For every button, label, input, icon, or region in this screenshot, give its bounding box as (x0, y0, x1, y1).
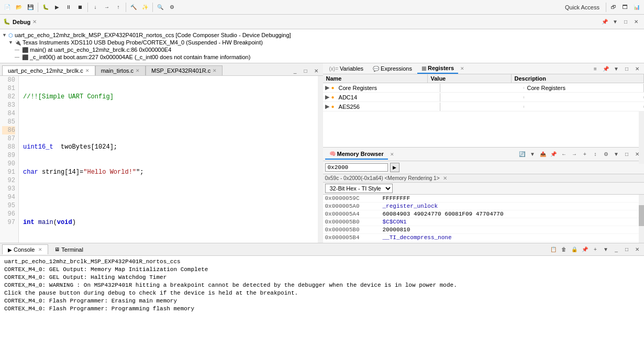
memory-content[interactable]: 0x0000059C FFFFFFFF 0x000005A0 _register… (323, 195, 639, 243)
console-scroll-lock-btn[interactable]: 🔒 (570, 245, 579, 254)
var-row-aes256[interactable]: ▶ ● AES256 (323, 102, 645, 111)
debug-close-icon[interactable]: ✕ (32, 19, 37, 25)
layout-btn1[interactable]: 🗗 (608, 2, 619, 13)
tree-arrow-project: ▼ (2, 32, 7, 38)
step-over-btn[interactable]: → (102, 2, 112, 13)
tab-console[interactable]: ▶ Console ✕ (2, 244, 48, 254)
tree-item-main[interactable]: — ⬛ main() at uart_pc_echo_12mhz_brclk.c… (13, 46, 644, 53)
mem-row-2[interactable]: 0x000005A4 60084903 49024770 60081F09 47… (323, 210, 639, 218)
console-clear-btn[interactable]: 🗑 (559, 245, 569, 254)
mem-status-icon[interactable]: ✕ (443, 175, 447, 181)
mem-pin-btn[interactable]: 📌 (549, 150, 558, 159)
tree-item-int[interactable]: — ⬛ _c_int00() at boot.asm:227 0x000004A… (13, 53, 644, 61)
pin-icon[interactable]: 📌 (600, 17, 609, 27)
mem-nav-back-btn[interactable]: ← (559, 150, 569, 159)
mem-nav-fwd-btn[interactable]: → (570, 150, 579, 159)
tab-registers[interactable]: ▦ Registers (417, 63, 458, 74)
sep5 (606, 3, 606, 12)
mem-scrollbar-thumb[interactable] (639, 205, 644, 226)
build-btn[interactable]: 🔨 (128, 2, 139, 13)
maximize-debug-btn[interactable]: □ (621, 17, 630, 27)
tab-uart[interactable]: uart_pc_echo_12mhz_brclk.c ✕ (2, 65, 95, 75)
var-row-core-registers[interactable]: ▶ ● Core Registers Core Registers (323, 83, 645, 93)
console-msg-text-4: CORTEX_M4_0: Flash Programmer: Erasing m… (4, 298, 177, 304)
tab-msp[interactable]: MSP_EXP432R401R.c ✕ (146, 65, 223, 75)
step-return-btn[interactable]: ↑ (113, 2, 124, 13)
var-pin-btn[interactable]: 📌 (601, 64, 610, 73)
console-close-icon[interactable]: ✕ (38, 247, 42, 252)
var-minimize-btn[interactable]: ▼ (612, 64, 621, 73)
console-new-btn[interactable]: + (591, 245, 600, 254)
tab-main-tirtos[interactable]: main_tirtos.c ✕ (95, 65, 146, 75)
console-copy-btn[interactable]: 📋 (549, 245, 558, 254)
pause-btn[interactable]: ⏸ (63, 2, 74, 13)
close-debug-btn[interactable]: ✕ (631, 17, 641, 27)
memory-address-input[interactable] (325, 163, 388, 172)
editor-scrollbar[interactable] (318, 76, 323, 243)
mem-scrollbar[interactable] (639, 195, 644, 243)
console-content[interactable]: uart_pc_echo_12mhz_brclk_MSP_EXP432P401R… (0, 256, 644, 337)
mem-row-0[interactable]: 0x0000059C FFFFFFFF (323, 195, 639, 203)
var-scrollbar[interactable] (639, 111, 644, 148)
step-into-btn[interactable]: ↓ (90, 2, 101, 13)
layout-btn3[interactable]: 📊 (631, 2, 642, 13)
editor-content[interactable]: 80 81 82 83 84 85 86 87 88 89 90 91 92 9… (0, 76, 323, 243)
console-maximize-btn[interactable]: □ (622, 245, 631, 254)
mem-tab-close-icon[interactable]: ✕ (390, 152, 394, 157)
tab-uart-close[interactable]: ✕ (85, 68, 90, 73)
var-row-adc14[interactable]: ▶ ● ADC14 (323, 93, 645, 102)
mem-row-1[interactable]: 0x000005A0 _register_unlock (323, 203, 639, 210)
search-btn[interactable]: 🔍 (155, 2, 165, 13)
tree-item-project[interactable]: ▼ ⬡ uart_pc_echo_12mhz_brclk_MSP_EXP432P… (0, 31, 644, 39)
var-collapse-btn[interactable]: ≡ (591, 64, 600, 73)
mem-row-3[interactable]: 0x000005B0 $C$CON1 (323, 218, 639, 226)
run-btn[interactable]: ▶ (52, 2, 62, 13)
tab-expressions[interactable]: 💬 Expressions (369, 64, 416, 73)
console-close-btn[interactable]: ✕ (632, 245, 642, 254)
console-label: Console (14, 246, 35, 253)
debug-btn[interactable]: 🐛 (40, 2, 51, 13)
memory-browser-tab[interactable]: 🧠 Memory Browser (325, 149, 388, 160)
tab-terminal[interactable]: 🖥 Terminal (49, 245, 88, 254)
minimize-debug-btn[interactable]: ▼ (610, 17, 620, 27)
console-dropdown-btn[interactable]: ▼ (601, 245, 610, 254)
console-pin-btn[interactable]: 📌 (580, 245, 590, 254)
layout-btn2[interactable]: 🗖 (620, 2, 630, 13)
console-minimize-btn[interactable]: _ (612, 245, 621, 254)
mem-maximize-btn[interactable]: □ (622, 150, 631, 159)
tree-item-probe[interactable]: ▼ 🔌 Texas Instruments XDS110 USB Debug P… (6, 39, 644, 46)
stop-btn[interactable]: ⏹ (75, 2, 85, 13)
tab-variables[interactable]: (x)= Variables (325, 64, 368, 73)
editor-minimize-btn[interactable]: _ (291, 66, 300, 75)
new-btn[interactable]: 📄 (2, 2, 13, 13)
editor-maximize-btn[interactable]: □ (301, 66, 310, 75)
code-content[interactable]: //!![Simple UART Config] uint16_t twoByt… (19, 76, 318, 243)
mem-dropdown-btn[interactable]: ▼ (528, 150, 537, 159)
var-maximize-btn[interactable]: □ (622, 64, 631, 73)
mem-minimize-btn[interactable]: ▼ (612, 150, 621, 159)
reg-close-icon[interactable]: ✕ (460, 66, 464, 71)
open-btn[interactable]: 📂 (14, 2, 24, 13)
mem-add-btn[interactable]: + (580, 150, 590, 159)
mem-refresh-btn[interactable]: 🔄 (517, 150, 527, 159)
clean-btn[interactable]: ✨ (140, 2, 150, 13)
settings-btn[interactable]: ⚙ (166, 2, 177, 13)
memory-format-select[interactable]: 32-Bit Hex - TI Style 8-Bit Hex 16-Bit H… (325, 184, 393, 193)
save-btn[interactable]: 💾 (25, 2, 36, 13)
quick-access-button[interactable]: Quick Access (561, 3, 604, 12)
tab-msp-close[interactable]: ✕ (213, 68, 217, 73)
memory-go-btn[interactable]: ▶ (390, 163, 399, 172)
editor-close-btn[interactable]: ✕ (312, 66, 321, 75)
tab-main-close[interactable]: ✕ (136, 68, 140, 73)
ln-81: 81 (2, 84, 15, 93)
mem-export-btn[interactable]: 📤 (538, 150, 548, 159)
mem-settings-btn[interactable]: ⚙ (601, 150, 610, 159)
var-close-btn[interactable]: ✕ (632, 64, 642, 73)
console-msg-1: CORTEX_M4_0: GEL Output: Halting Watchdo… (4, 274, 640, 282)
console-icon: ▶ (8, 247, 12, 253)
mem-row-5[interactable]: 0x000005B4 __TI_decompress_none (323, 234, 639, 242)
mem-row-4[interactable]: 0x000005B0 20000810 (323, 226, 639, 234)
type-82: uint16_t (23, 143, 53, 151)
mem-sync-btn[interactable]: ↕ (591, 150, 600, 159)
ln-84: 84 (2, 109, 15, 118)
